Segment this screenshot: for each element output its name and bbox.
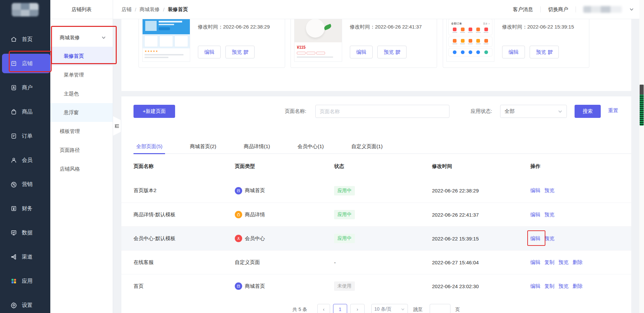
primary-sidebar: 首页 店铺 商户 商品 订单 会员 营销 财务 bbox=[0, 0, 50, 313]
delete-link[interactable]: 删除 bbox=[573, 259, 583, 266]
delete-link[interactable]: 删除 bbox=[573, 283, 583, 289]
sidebar-item-apps[interactable]: 应用 bbox=[0, 269, 50, 293]
pagination-prev-button[interactable]: ‹ bbox=[317, 304, 330, 313]
page-thumbnail-product-detail: ¥115 bbox=[294, 19, 342, 62]
sidebar-item-finance[interactable]: 财务 bbox=[0, 196, 50, 221]
thumb-order-label: 全部订单 bbox=[451, 22, 462, 26]
page-type: 商城首页 bbox=[245, 283, 265, 289]
sidebar-collapse-handle[interactable] bbox=[113, 116, 121, 136]
submenu-item-shop-style[interactable]: 店铺风格 bbox=[50, 160, 113, 178]
status-badge: 应用中 bbox=[334, 186, 355, 195]
page-thumbnail-member-center: 全部订单更多 > bbox=[446, 19, 494, 62]
chevron-down-icon bbox=[629, 7, 634, 12]
preview-link[interactable]: 预览 bbox=[544, 187, 554, 194]
sidebar-item-member[interactable]: 会员 bbox=[0, 148, 50, 172]
table-row: 首页版本2 商城首页 应用中 2022-06-26 22:38:29 编辑 预览 bbox=[121, 179, 631, 203]
pagination-per-page-select[interactable]: 10 条/页 bbox=[371, 304, 408, 313]
account-name-blurred[interactable] bbox=[583, 6, 622, 13]
sidebar-item-label: 店铺 bbox=[22, 60, 33, 67]
tab-all-pages[interactable]: 全部页面(5) bbox=[133, 139, 165, 153]
page-name: 会员中心-默认模板 bbox=[133, 235, 235, 242]
sidebar-item-label: 设置 bbox=[22, 302, 33, 309]
edit-link[interactable]: 编辑 bbox=[530, 283, 540, 289]
sidebar-item-goods[interactable]: 商品 bbox=[0, 100, 50, 124]
sidebar-item-channel[interactable]: 渠道 bbox=[0, 245, 50, 269]
submenu-group-mall-decoration[interactable]: 商城装修 bbox=[50, 29, 113, 47]
new-page-button[interactable]: +新建页面 bbox=[133, 105, 175, 118]
merchant-icon bbox=[10, 84, 17, 91]
chevron-down-icon bbox=[101, 35, 106, 40]
divider bbox=[540, 6, 541, 12]
preview-link[interactable]: 预览 bbox=[544, 235, 554, 242]
thumb-stars: ★★★★★ bbox=[145, 50, 188, 53]
copy-link[interactable]: 复制 bbox=[544, 259, 554, 266]
thumb-price: ¥115 bbox=[297, 45, 306, 50]
submenu-item-theme-color[interactable]: 主题色 bbox=[50, 84, 113, 103]
tab-custom-pages[interactable]: 自定义页面(1) bbox=[348, 139, 385, 153]
card-preview-button[interactable]: 预览 bbox=[225, 46, 255, 58]
modified-time: 2022-06-24 23:02:30 bbox=[432, 283, 530, 289]
sidebar-item-settings[interactable]: 设置 bbox=[0, 293, 50, 313]
status-empty: - bbox=[334, 260, 432, 265]
sidebar-item-order[interactable]: 订单 bbox=[0, 124, 50, 148]
edit-link[interactable]: 编辑 bbox=[530, 212, 540, 218]
submenu-item-template-manage[interactable]: 模板管理 bbox=[50, 122, 113, 141]
submenu-item-menu-manage[interactable]: 菜单管理 bbox=[50, 65, 113, 84]
status-badge: 未使用 bbox=[334, 281, 355, 291]
breadcrumb-shop[interactable]: 店铺 bbox=[121, 6, 131, 13]
card-preview-button[interactable]: 预览 bbox=[530, 46, 559, 58]
submenu-item-label: 悬浮窗 bbox=[64, 109, 79, 116]
page-tabs: 全部页面(5) 商城首页(2) 商品详情(1) 会员中心(1) 自定义页面(1) bbox=[133, 139, 631, 154]
page-thumbnail-mall-home: ★★★★★ bbox=[142, 19, 190, 62]
tab-product-detail[interactable]: 商品详情(1) bbox=[241, 139, 273, 153]
card-edit-button[interactable]: 编辑 bbox=[502, 46, 525, 58]
edit-link[interactable]: 编辑 bbox=[530, 259, 540, 266]
pagination-jump-input[interactable] bbox=[430, 304, 450, 313]
customer-messages-link[interactable]: 客户消息 bbox=[513, 6, 533, 13]
submenu-item-label: 模板管理 bbox=[60, 128, 80, 135]
sidebar-item-label: 应用 bbox=[22, 278, 33, 285]
logo-blurred bbox=[12, 3, 39, 16]
page-name-input[interactable] bbox=[315, 105, 449, 118]
tab-member-center[interactable]: 会员中心(1) bbox=[295, 139, 326, 153]
preview-link[interactable]: 预览 bbox=[544, 212, 554, 218]
pagination-page-1[interactable]: 1 bbox=[333, 304, 347, 313]
modified-time: 2022-06-22 15:39:15 bbox=[432, 236, 530, 241]
pagination-page-suffix: 页 bbox=[455, 307, 460, 313]
submenu-item-float-window[interactable]: 悬浮窗 bbox=[50, 103, 113, 122]
sidebar-item-marketing[interactable]: 营销 bbox=[0, 172, 50, 196]
table-row: 会员中心-默认模板 会员中心 应用中 2022-06-22 15:39:15 编… bbox=[121, 226, 631, 250]
modified-time: 2022-06-26 22:41:37 bbox=[432, 212, 530, 218]
submenu-item-decorate-home[interactable]: 装修首页 bbox=[50, 47, 113, 65]
sidebar-item-home[interactable]: 首页 bbox=[0, 27, 50, 51]
tab-mall-home[interactable]: 商城首页(2) bbox=[187, 139, 219, 153]
apply-status-label: 应用状态: bbox=[471, 108, 492, 115]
submenu-item-page-path[interactable]: 页面路径 bbox=[50, 141, 113, 160]
preview-link[interactable]: 预览 bbox=[558, 283, 569, 289]
page-scrollbar-track[interactable] bbox=[639, 0, 644, 313]
sidebar-item-shop[interactable]: 店铺 bbox=[0, 51, 50, 76]
table-row: 商品详情-默认模板 商品详情 应用中 2022-06-26 22:41:37 编… bbox=[121, 203, 631, 226]
apply-status-select[interactable]: 全部 bbox=[500, 105, 567, 118]
table-row: 首页 商城首页 未使用 2022-06-24 23:02:30 编辑 复制 预览… bbox=[121, 274, 631, 298]
pagination-next-button[interactable]: › bbox=[350, 304, 365, 313]
card-edit-button[interactable]: 编辑 bbox=[350, 46, 373, 58]
card-preview-button[interactable]: 预览 bbox=[377, 46, 407, 58]
edit-link[interactable]: 编辑 bbox=[530, 187, 540, 194]
reset-link[interactable]: 重置 bbox=[608, 107, 618, 114]
copy-link[interactable]: 复制 bbox=[544, 283, 554, 289]
preview-link[interactable]: 预览 bbox=[558, 259, 569, 266]
marketing-icon bbox=[10, 181, 17, 188]
card-edit-button[interactable]: 编辑 bbox=[198, 46, 221, 58]
status-badge: 应用中 bbox=[334, 210, 355, 219]
edit-link[interactable]: 编辑 bbox=[530, 235, 540, 242]
page-name: 商品详情-默认模板 bbox=[133, 212, 235, 218]
search-button[interactable]: 搜索 bbox=[575, 105, 601, 118]
switch-merchant-link[interactable]: 切换商户 bbox=[548, 6, 568, 13]
card-modified-time: 修改时间：2022-06-22 15:39:15 bbox=[502, 24, 574, 30]
sidebar-item-data[interactable]: 数据 bbox=[0, 221, 50, 245]
breadcrumb-mall-decoration[interactable]: 商城装修 bbox=[140, 6, 160, 13]
page-scrollbar-thumb[interactable] bbox=[640, 85, 644, 126]
shop-icon bbox=[10, 60, 17, 67]
sidebar-item-merchant[interactable]: 商户 bbox=[0, 76, 50, 100]
